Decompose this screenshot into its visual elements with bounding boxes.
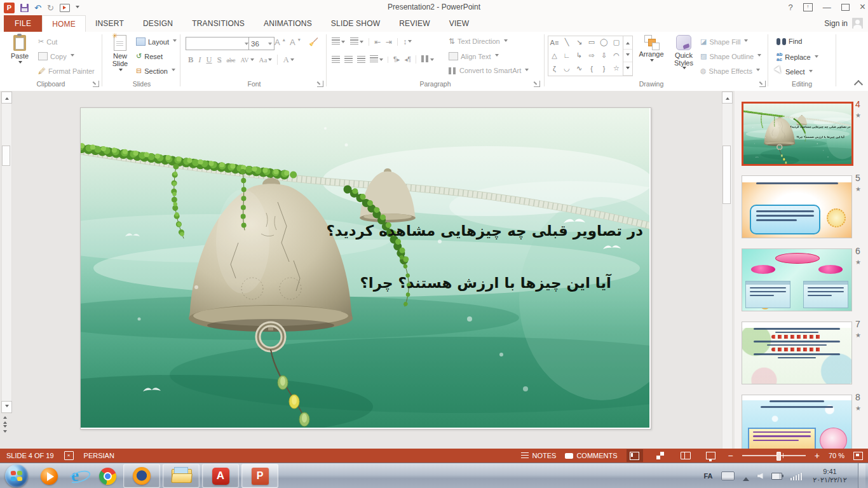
- previous-slide-button[interactable]: [1, 415, 9, 423]
- reset-button[interactable]: ↺ Reset: [136, 52, 163, 60]
- strikethrough-button[interactable]: abc: [224, 57, 238, 64]
- editor-scroll-down-button[interactable]: [1, 401, 12, 413]
- editor-scrollbar[interactable]: [1, 92, 12, 414]
- spell-check-icon[interactable]: ×: [64, 451, 74, 460]
- zoom-out-icon[interactable]: −: [728, 451, 733, 461]
- slideshow-button[interactable]: [703, 449, 719, 462]
- shape-arc-icon[interactable]: ◠: [611, 50, 623, 62]
- tab-transitions[interactable]: TRANSITIONS: [182, 15, 254, 32]
- increase-indent-button[interactable]: ⇥: [386, 38, 392, 46]
- zoom-slider-thumb[interactable]: [776, 452, 781, 461]
- shape-oval-icon[interactable]: ◯: [598, 36, 610, 48]
- font-name-combo[interactable]: [186, 37, 251, 50]
- thumbnail-scrollbar-thumb[interactable]: [722, 146, 731, 204]
- italic-button[interactable]: I: [196, 55, 203, 65]
- paste-button[interactable]: Paste: [5, 35, 34, 65]
- language-bar[interactable]: FA: [703, 472, 712, 480]
- shape-left-brace-icon[interactable]: {: [586, 62, 598, 74]
- slide-text-line2[interactable]: آیا این چیزها با ارزش هستند؟ چرا؟: [360, 274, 611, 291]
- underline-button[interactable]: U: [204, 55, 215, 65]
- shape-textbox-icon[interactable]: A≡: [548, 36, 560, 48]
- bullets-button[interactable]: [332, 37, 345, 46]
- shape-right-brace-icon[interactable]: }: [598, 62, 610, 74]
- replace-button[interactable]: abac Replace: [776, 52, 818, 62]
- slide-sorter-button[interactable]: [652, 449, 668, 462]
- font-color-button[interactable]: A: [277, 55, 296, 65]
- clipboard-dialog-launcher-icon[interactable]: [93, 81, 99, 87]
- tray-expand-icon[interactable]: [743, 474, 749, 481]
- slide-text-line1[interactable]: در تصاویر قبلی چه چیزهایی مشاهده کردید؟: [327, 222, 644, 239]
- shape-freeform-icon[interactable]: ∿: [573, 62, 585, 74]
- thumbnail-slide-6[interactable]: [742, 248, 852, 311]
- start-button[interactable]: [5, 464, 28, 487]
- arrange-button[interactable]: Arrange: [635, 35, 667, 64]
- tab-design[interactable]: DESIGN: [133, 15, 182, 32]
- tab-file[interactable]: FILE: [4, 15, 42, 32]
- bold-button[interactable]: B: [186, 55, 196, 65]
- find-button[interactable]: Find: [776, 37, 802, 45]
- shape-star-icon[interactable]: ☆: [611, 62, 623, 74]
- fit-slide-icon[interactable]: [853, 452, 863, 460]
- show-desktop-button[interactable]: [858, 463, 865, 488]
- normal-view-button[interactable]: [627, 449, 643, 462]
- quick-styles-button[interactable]: Quick Styles: [668, 35, 699, 71]
- shapes-gallery-more[interactable]: [623, 62, 632, 76]
- font-size-combo[interactable]: 36: [248, 37, 275, 50]
- new-slide-button[interactable]: New Slide: [105, 35, 135, 73]
- powerpoint-taskbar-button[interactable]: P: [241, 464, 278, 488]
- shape-down-arrow-icon[interactable]: ⇩: [598, 50, 610, 62]
- firefox-button[interactable]: [123, 464, 160, 488]
- thumbnail-slide-5[interactable]: [742, 175, 852, 238]
- grow-font-button[interactable]: A▴: [275, 37, 285, 47]
- minimize-icon[interactable]: —: [823, 3, 831, 12]
- align-center-button[interactable]: [344, 56, 353, 63]
- paragraph-dialog-launcher-icon[interactable]: [534, 81, 540, 87]
- shape-effects-button[interactable]: ◍ Shape Effects: [700, 67, 760, 75]
- shrink-font-button[interactable]: A▾: [290, 37, 301, 47]
- shape-scribble-icon[interactable]: ζ: [548, 62, 560, 74]
- font-dialog-launcher-icon[interactable]: [317, 81, 323, 87]
- cut-button[interactable]: ✂ Cut: [38, 37, 57, 46]
- decrease-indent-button[interactable]: ⇤: [369, 38, 381, 46]
- thumbnail-scroll-up-button[interactable]: [722, 92, 733, 104]
- zoom-slider[interactable]: [742, 455, 806, 456]
- thumbnail-slide-4[interactable]: در تصاویر قبلی چه چیزهایی مشاهده کردید؟ …: [742, 102, 853, 166]
- internet-explorer-button[interactable]: e: [64, 464, 93, 488]
- media-player-button[interactable]: [34, 464, 64, 488]
- convert-smartart-button[interactable]: Convert to SmartArt: [449, 67, 529, 74]
- shape-curve-icon[interactable]: ◡: [561, 62, 573, 74]
- comments-button[interactable]: COMMENTS: [565, 452, 617, 459]
- left-to-right-button[interactable]: ¶▸: [388, 57, 400, 63]
- shape-triangle-icon[interactable]: △: [548, 50, 560, 62]
- align-left-button[interactable]: [332, 56, 340, 63]
- reading-view-button[interactable]: [677, 449, 694, 462]
- next-slide-button[interactable]: [1, 426, 9, 433]
- shape-right-arrow-icon[interactable]: ⇨: [586, 50, 598, 62]
- shapes-scroll-up[interactable]: [623, 36, 632, 50]
- clock[interactable]: 9:41 ۲۰۲۱/۲۲/۱۲: [810, 468, 850, 484]
- chrome-button[interactable]: [93, 464, 122, 488]
- zoom-level[interactable]: 70 %: [829, 452, 844, 459]
- clear-formatting-button[interactable]: 🧹: [309, 37, 318, 46]
- battery-icon[interactable]: [771, 473, 782, 480]
- shape-elbow-icon[interactable]: ∟: [561, 50, 573, 62]
- keyboard-icon[interactable]: [721, 471, 735, 480]
- text-direction-button[interactable]: ⇅ Text Direction: [449, 37, 508, 45]
- help-icon[interactable]: ?: [788, 3, 792, 12]
- line-spacing-button[interactable]: ↕: [397, 38, 412, 46]
- thumbnail-slide-8[interactable]: [742, 395, 852, 449]
- shape-rectangle-icon[interactable]: ▭: [586, 36, 598, 48]
- format-painter-button[interactable]: 🖉 Format Painter: [38, 67, 95, 76]
- notes-button[interactable]: NOTES: [521, 452, 556, 459]
- numbering-button[interactable]: [350, 37, 363, 46]
- file-explorer-button[interactable]: [163, 464, 200, 488]
- drawing-dialog-launcher-icon[interactable]: [759, 81, 766, 87]
- tab-slideshow[interactable]: SLIDE SHOW: [322, 15, 390, 32]
- shapes-gallery[interactable]: A≡ ╲ ↘ ▭ ◯ ▢ △ ∟ ↳ ⇨ ⇩ ◠ ζ ◡ ∿ { } ☆: [548, 36, 633, 76]
- tab-animations[interactable]: ANIMATIONS: [254, 15, 322, 32]
- shape-line-icon[interactable]: ╲: [561, 36, 573, 48]
- tab-insert[interactable]: INSERT: [86, 15, 133, 32]
- tab-review[interactable]: REVIEW: [390, 15, 440, 32]
- close-icon[interactable]: ×: [860, 1, 865, 13]
- change-case-button[interactable]: Aa: [257, 56, 275, 64]
